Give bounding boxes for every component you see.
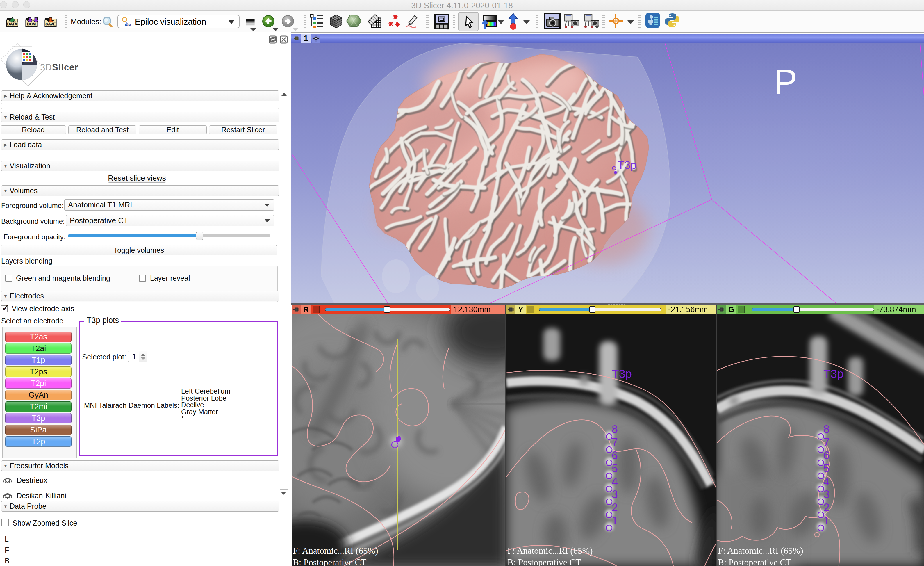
svg-text:7: 7 [612, 436, 618, 449]
svg-text:F: Anatomic...RI (65%): F: Anatomic...RI (65%) [718, 546, 803, 556]
svg-text:3: 3 [824, 488, 830, 501]
svg-text:3: 3 [612, 488, 618, 501]
svg-text:T3p: T3p [824, 367, 843, 380]
svg-text:6: 6 [824, 449, 830, 462]
svg-text:T3p: T3p [612, 367, 632, 380]
svg-text:Slicer: Slicer [52, 62, 78, 72]
svg-text:2: 2 [824, 501, 830, 513]
svg-text:P: P [774, 62, 797, 102]
svg-text:7: 7 [824, 436, 830, 449]
svg-text:4: 4 [824, 476, 830, 488]
svg-text:B: Postoperative CT: B: Postoperative CT [718, 557, 791, 566]
svg-text:F: Anatomic...RI (65%): F: Anatomic...RI (65%) [507, 546, 593, 556]
svg-text:6: 6 [612, 449, 618, 462]
svg-text:1: 1 [824, 515, 830, 527]
svg-text:5: 5 [824, 462, 830, 475]
svg-text:ICM: ICM [125, 23, 131, 27]
svg-text:1: 1 [612, 515, 618, 527]
svg-text:4: 4 [612, 476, 618, 488]
svg-text:SAVE: SAVE [45, 22, 56, 26]
svg-text:2: 2 [612, 501, 618, 513]
svg-text:8: 8 [612, 423, 618, 435]
svg-text:B: Postoperative CT: B: Postoperative CT [293, 557, 366, 566]
svg-text:3D: 3D [40, 62, 52, 72]
svg-text:T3p: T3p [618, 159, 636, 171]
svg-text:5: 5 [612, 462, 618, 475]
svg-text:B: Postoperative CT: B: Postoperative CT [507, 557, 581, 566]
svg-text:DCM: DCM [27, 22, 36, 26]
svg-text:8: 8 [824, 423, 830, 435]
svg-text:DATA: DATA [7, 22, 18, 26]
svg-text:F: Anatomic...RI (65%): F: Anatomic...RI (65%) [293, 546, 378, 556]
